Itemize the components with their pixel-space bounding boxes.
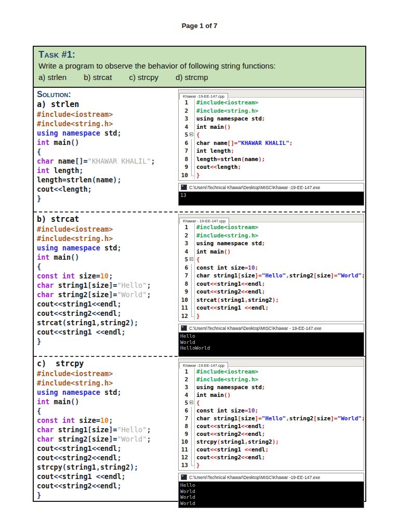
code-line: #include<iostream> (37, 110, 178, 119)
ide-code-area-b: 1#include<iostream>2#include<string.h>3u… (179, 222, 364, 321)
code-line: { (196, 399, 200, 407)
task-document-box: Task #1: Write a program to observe the … (33, 46, 366, 502)
ide-code-area-c: 1#include<iostream>2#include<string.h>3u… (179, 367, 364, 470)
code-line: int main() (37, 252, 178, 262)
console-window-b: C:\Users\Technical Khawar\Desktop\MISC\K… (178, 324, 364, 357)
doc-code-c: #include<iostream>#include<string.h>usin… (37, 369, 178, 500)
code-line: { (196, 131, 200, 139)
section-heading-c: c) strcpy (37, 358, 178, 369)
code-line: char string1[size]="Hello"; (37, 281, 178, 290)
ide-line-number: 3 (179, 383, 190, 391)
code-line: { (37, 262, 178, 271)
ide-line-number: 2 (179, 107, 190, 115)
code-line: int main() (37, 397, 178, 406)
task-part: a) strlen (38, 72, 66, 83)
code-line: char string1[size]="Hello"; (37, 425, 178, 434)
fold-marker (190, 139, 195, 148)
code-line: #include<string.h> (37, 234, 178, 243)
fold-marker (190, 399, 195, 407)
fold-marker (190, 131, 195, 139)
console-title-bar: C:\Users\Technical Khawar\Desktop\MISC\K… (179, 324, 364, 332)
task-title: Task #1: (38, 48, 361, 61)
code-line: cout<<string1<<endl; (196, 422, 265, 430)
code-line: #include<iostream> (37, 224, 178, 234)
console-path-c: C:\Users\Technical Khawar\Desktop\MISC\K… (189, 475, 320, 480)
code-line: #include<string.h> (196, 232, 258, 240)
ide-tab-bar: Khawar - 19-EE-147.cpp (179, 215, 364, 222)
console-output-a: 13 (179, 192, 364, 205)
task-parts: a) strlenb) strcatc) strcpyd) strcmp (38, 72, 361, 83)
task-header-panel: Task #1: Write a program to observe the … (34, 47, 365, 88)
task-part: d) strcmp (176, 72, 208, 83)
ide-code-line: 1#include<iostream> (179, 368, 364, 376)
ide-line-number: 4 (179, 248, 190, 256)
screenshot-column-b: Khawar - 19-EE-147.cpp1#include<iostream… (178, 212, 365, 356)
ide-code-line: 7int length; (179, 147, 364, 155)
ide-code-line: 2#include<string.h> (179, 232, 364, 240)
ide-tab-bar: Khawar -19-EE-147.cpp (179, 90, 364, 98)
screenshot-column-a: Khawar -19-EE-147.cpp1#include<iostream>… (178, 88, 365, 211)
code-line: #include<iostream> (196, 223, 258, 232)
code-line: strcat(string1,string2); (196, 296, 279, 304)
fold-marker (190, 256, 195, 264)
code-line: char name[]="KHAWAR KHALIL"; (37, 156, 178, 166)
console-output-line: Hello (180, 482, 362, 488)
code-line: #include<iostream> (196, 99, 258, 107)
code-line: int length; (37, 166, 178, 175)
code-line: using namespace std; (37, 388, 178, 397)
code-line: #include<iostream> (37, 369, 178, 378)
page-number-header: Page 1 of 7 (0, 22, 399, 30)
ide-code-line: 10strcat(string1,string2); (179, 296, 364, 304)
solution-label: Solution: (37, 89, 178, 99)
ide-code-line: 12cout<<string2<<endl; (179, 454, 364, 461)
console-output-line: HelloWorld (180, 345, 362, 351)
ide-line-number: 7 (179, 147, 190, 155)
console-output-line: World (180, 339, 362, 345)
code-line: cout<<string2<<endl; (196, 288, 265, 296)
fold-marker (190, 430, 195, 438)
code-line: cout<<string2<<endl; (196, 454, 265, 461)
code-line: #include<string.h> (37, 119, 178, 128)
ide-code-line: 4int main() (179, 248, 364, 256)
ide-code-line: 13} (179, 461, 364, 469)
solution-section-b: b) strcat#include<iostream>#include<stri… (34, 212, 365, 357)
ide-code-line: 6const int size=10; (179, 407, 364, 415)
ide-screenshot-b: Khawar - 19-EE-147.cpp1#include<iostream… (178, 214, 364, 322)
ide-code-line: 2#include<string.h> (179, 376, 364, 383)
console-output-c: HelloWorldWorldWorld (179, 482, 364, 508)
code-line: strcpy(string1,string2); (37, 462, 178, 472)
ide-code-line: 7char string1[size]="Hello",string2[size… (179, 415, 364, 422)
console-window-c: C:\Users\Technical Khawar\Desktop\MISC\K… (178, 473, 364, 508)
ide-line-number: 6 (179, 139, 190, 148)
fold-marker (190, 407, 195, 415)
ide-line-number: 12 (179, 312, 190, 321)
code-line: #include<string.h> (37, 378, 178, 388)
code-line: cout<<string1<<endl; (37, 299, 178, 309)
console-icon (181, 184, 187, 190)
code-line: using namespace std; (196, 240, 265, 248)
ide-line-number: 5 (179, 131, 190, 139)
code-line: int main() (196, 123, 231, 131)
ide-line-number: 13 (179, 461, 190, 469)
ide-code-line: 9cout<<length; (179, 163, 364, 171)
fold-marker (190, 422, 195, 430)
ide-line-number: 1 (179, 368, 190, 376)
ide-code-line: 9cout<<string2<<endl; (179, 288, 364, 296)
ide-code-line: 11cout<<string1 <<endl; (179, 446, 364, 454)
ide-code-line: 5{ (179, 131, 364, 139)
ide-line-number: 4 (179, 391, 190, 399)
fold-marker (190, 171, 195, 180)
code-line: int main() (196, 391, 231, 399)
ide-code-line: 6char name[]="KHAWAR KHALIL"; (179, 139, 364, 148)
ide-tab-bar: Khawar -19-EE-147.cpp (179, 359, 364, 367)
code-line: char string2[size]="World"; (37, 434, 178, 444)
code-line: } (37, 337, 178, 346)
ide-code-line: 10} (179, 171, 364, 180)
ide-line-number: 6 (179, 407, 190, 415)
ide-screenshot-c: Khawar -19-EE-147.cpp1#include<iostream>… (178, 358, 364, 471)
fold-marker (190, 296, 195, 304)
console-window-a: C:\Users\Technical Khawar\Desktop\MISC\K… (178, 183, 364, 206)
code-line: char name[]="KHAWAR KHALIL"; (196, 139, 292, 148)
doc-code-column-b: b) strcat#include<iostream>#include<stri… (34, 212, 178, 356)
ide-code-line: 4int main() (179, 123, 364, 131)
